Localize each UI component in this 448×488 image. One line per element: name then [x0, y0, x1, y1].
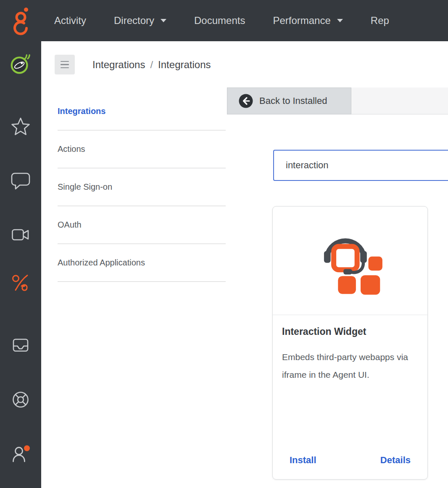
nav-label: Rep — [371, 15, 389, 27]
card-media — [273, 207, 427, 315]
breadcrumb-separator: / — [150, 59, 153, 71]
profile-status-icon[interactable] — [11, 444, 31, 464]
nav-label: Performance — [273, 15, 330, 27]
nav-item-documents[interactable]: Documents — [194, 15, 245, 27]
menu-item-authorized-applications[interactable]: Authorized Applications — [58, 244, 226, 282]
nav-item-reports[interactable]: Rep — [371, 15, 389, 27]
arrow-left-circle-icon — [238, 93, 253, 109]
nav-label: Documents — [194, 15, 245, 27]
chat-icon[interactable] — [11, 170, 30, 190]
card-body: Interaction Widget Embeds third-party we… — [273, 315, 427, 384]
menu-item-oauth[interactable]: OAuth — [58, 206, 226, 244]
details-link[interactable]: Details — [380, 455, 411, 466]
menu-toggle-button[interactable] — [55, 55, 75, 74]
caret-down-icon — [161, 19, 166, 22]
nav-label: Directory — [114, 15, 154, 27]
hamburger-icon — [61, 61, 69, 62]
install-link[interactable]: Install — [290, 455, 316, 466]
inbox-icon[interactable] — [11, 335, 30, 355]
back-button-label: Back to Installed — [259, 95, 327, 106]
interactions-icon[interactable] — [11, 273, 30, 292]
card-title: Interaction Widget — [282, 326, 418, 337]
integrations-panel: Back to Installed — [227, 88, 448, 488]
breadcrumb-item[interactable]: Integrations — [92, 59, 145, 71]
breadcrumb: Integrations / Integrations — [92, 55, 211, 74]
interaction-widget-icon — [313, 224, 387, 298]
integration-card: Interaction Widget Embeds third-party we… — [272, 206, 428, 480]
menu-item-single-sign-on[interactable]: Single Sign-on — [58, 168, 226, 206]
card-footer: Install Details — [290, 455, 411, 466]
nav-label: Activity — [54, 15, 86, 27]
brand-logo — [0, 0, 41, 41]
integration-search-input[interactable] — [273, 150, 448, 181]
genesys-logo-icon — [9, 6, 32, 35]
menu-item-actions[interactable]: Actions — [58, 130, 226, 168]
video-camera-icon[interactable] — [11, 225, 30, 244]
nav-item-activity[interactable]: Activity — [54, 15, 86, 27]
nav-item-directory[interactable]: Directory — [114, 15, 166, 27]
main-content: Integrations / Integrations Integrations… — [41, 41, 448, 488]
card-description: Embeds third-party webapps via iframe in… — [282, 348, 409, 384]
settings-menu: Integrations Actions Single Sign-on OAut… — [58, 93, 226, 282]
menu-item-integrations[interactable]: Integrations — [58, 93, 226, 130]
breadcrumb-item[interactable]: Integrations — [158, 59, 211, 71]
app-logo-icon[interactable] — [9, 53, 32, 76]
top-bar: Activity Directory Documents Performance… — [0, 0, 448, 41]
nav-item-performance[interactable]: Performance — [273, 15, 343, 27]
support-wheel-icon[interactable] — [11, 390, 30, 409]
star-icon[interactable] — [11, 117, 30, 136]
back-to-installed-button[interactable]: Back to Installed — [227, 88, 351, 114]
caret-down-icon — [337, 19, 343, 22]
icon-rail — [0, 41, 41, 488]
top-nav: Activity Directory Documents Performance… — [41, 0, 448, 41]
page: Activity Directory Documents Performance… — [0, 0, 448, 488]
